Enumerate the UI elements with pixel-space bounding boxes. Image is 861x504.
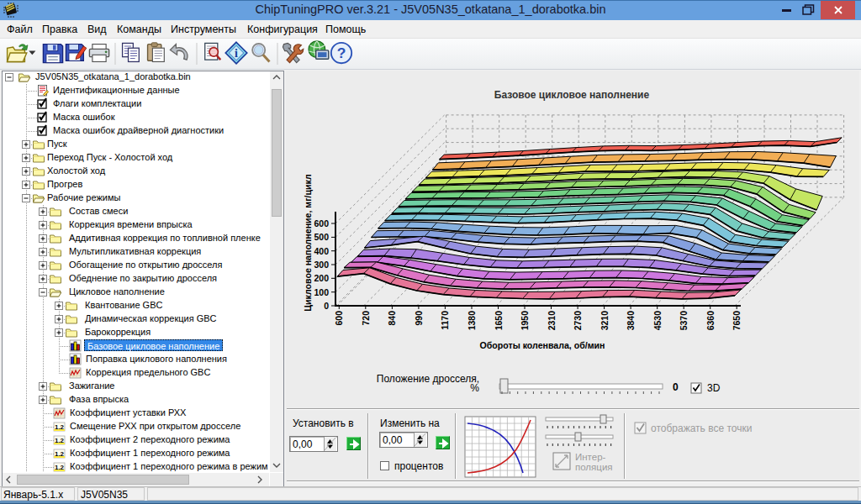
- svg-text:1170: 1170: [440, 311, 450, 330]
- svg-text:1950: 1950: [520, 311, 530, 331]
- svg-text:300: 300: [314, 260, 329, 270]
- svg-text:Цикловое наполнение, мг/цикл: Цикловое наполнение, мг/цикл: [303, 174, 313, 311]
- svg-text:i: i: [235, 47, 238, 60]
- svg-text:990: 990: [414, 311, 424, 326]
- svg-text:3840: 3840: [626, 311, 636, 331]
- svg-text:600: 600: [334, 311, 344, 326]
- svg-text:3210: 3210: [600, 311, 610, 331]
- svg-text:Обороты коленвала, об/мин: Обороты коленвала, об/мин: [480, 340, 605, 350]
- svg-text:6360: 6360: [705, 311, 716, 331]
- svg-text:5370: 5370: [679, 311, 689, 331]
- svg-text:2310: 2310: [547, 311, 557, 331]
- svg-text:1650: 1650: [494, 311, 504, 331]
- svg-text:0: 0: [324, 301, 329, 311]
- svg-text:Базовое цикловое наполнение: Базовое цикловое наполнение: [494, 89, 650, 101]
- svg-text:4530: 4530: [652, 311, 663, 331]
- svg-text:720: 720: [361, 311, 371, 326]
- svg-text:500: 500: [314, 232, 329, 242]
- svg-text:400: 400: [314, 246, 329, 256]
- svg-text:2730: 2730: [573, 311, 583, 331]
- svg-text:1380: 1380: [467, 311, 477, 331]
- svg-text:600: 600: [314, 218, 329, 228]
- svg-text:840: 840: [387, 311, 397, 326]
- svg-text:?: ?: [337, 45, 346, 61]
- svg-text:200: 200: [314, 273, 329, 283]
- svg-text:100: 100: [314, 287, 329, 297]
- svg-text:7650: 7650: [732, 311, 742, 331]
